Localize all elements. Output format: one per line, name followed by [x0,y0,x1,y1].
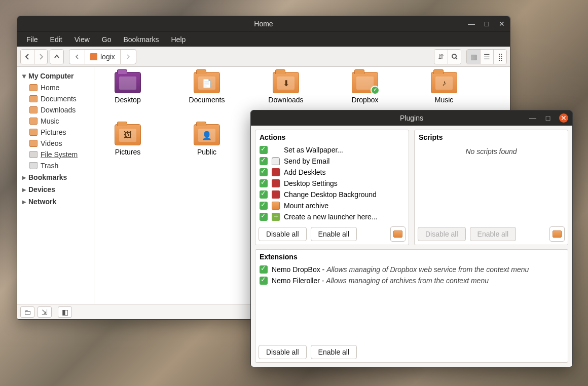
sidebar-item-downloads[interactable]: Downloads [17,104,94,115]
dlg-maximize-button[interactable]: □ [544,114,552,122]
sidebar-section-devices[interactable]: ▸Devices [17,183,94,196]
sidebar-item-label: File System [41,150,78,159]
action-label: Change Desktop Background [284,190,377,199]
folder-icon: 👤 [194,124,220,145]
action-row[interactable]: Set as Wallpaper... [259,144,406,156]
sidebar[interactable]: ▾My Computer HomeDocumentsDownloadsMusic… [17,67,94,304]
file-downloads[interactable]: ⬇Downloads [262,72,310,104]
file-label: Dropbox [352,96,379,104]
extensions-panel: Extensions Nemo DropBox - Allows managin… [255,249,568,363]
sidebar-section-network[interactable]: ▸Network [17,196,94,208]
menu-go[interactable]: Go [97,33,117,46]
action-row[interactable]: Send by Email [259,156,406,167]
path-prev-button[interactable] [69,50,85,64]
search-button[interactable] [448,50,461,64]
folder-icon [29,129,38,136]
file-label: Public [197,148,216,156]
action-row[interactable]: Desktop Settings [259,178,406,189]
file-public[interactable]: 👤Public [182,124,231,156]
menu-bookmarks[interactable]: Bookmarks [118,33,164,46]
sidebar-section-my-computer[interactable]: ▾My Computer [17,70,94,82]
sidebar-item-label: Videos [41,139,62,147]
scripts-open-folder-button[interactable] [549,226,565,242]
checkbox-icon[interactable] [260,277,268,285]
sidebar-item-file-system[interactable]: File System [17,149,94,160]
sidebar-item-music[interactable]: Music [17,115,94,127]
path-bar[interactable]: logix [69,49,136,64]
folder-icon [553,230,562,238]
action-label: Desktop Settings [284,179,338,187]
icon-view-button[interactable]: ▦ [467,50,480,64]
action-row[interactable]: Change Desktop Background [259,189,406,200]
file-documents[interactable]: 📄Documents [182,72,231,104]
sidebar-item-videos[interactable]: Videos [17,138,94,149]
checkbox-icon[interactable] [260,168,268,176]
extension-row[interactable]: Nemo DropBox - Allows managing of Dropbo… [259,264,565,275]
file-label: Documents [189,96,225,104]
file-music[interactable]: ♪Music [420,72,468,104]
actions-disable-all-button[interactable]: Disable all [259,227,307,241]
checkbox-icon[interactable] [260,213,268,221]
sidebar-item-pictures[interactable]: Pictures [17,127,94,138]
file-dropbox[interactable]: Dropbox [341,72,389,104]
actions-panel: Actions Set as Wallpaper...Send by Email… [255,130,409,245]
menu-help[interactable]: Help [166,33,191,46]
sidebar-item-trash[interactable]: Trash [17,160,94,171]
tree-panel-button[interactable]: ⇲ [38,306,52,318]
checkbox-icon[interactable] [260,179,268,187]
ext-enable-all-button[interactable]: Enable all [311,345,357,359]
menu-file[interactable]: File [21,33,43,46]
checkbox-icon[interactable] [260,190,268,199]
maximize-button[interactable]: □ [483,20,491,28]
sidebar-item-documents[interactable]: Documents [17,93,94,104]
menu-edit[interactable]: Edit [45,33,67,46]
back-button[interactable] [21,50,34,64]
disk-icon [29,151,38,158]
forward-button[interactable] [34,50,47,64]
actions-open-folder-button[interactable] [390,226,406,242]
sidebar-toggle-button[interactable]: ◧ [58,306,72,318]
action-row[interactable]: Mount archive [259,200,406,211]
path-segment-home[interactable]: logix [85,50,120,64]
actions-list[interactable]: Set as Wallpaper...Send by EmailAdd Desk… [255,144,409,223]
fm-titlebar[interactable]: Home — □ ✕ [17,16,510,31]
ext-disable-all-button[interactable]: Disable all [259,345,307,359]
menu-view[interactable]: View [69,33,95,46]
places-panel-button[interactable]: 🗀 [20,306,34,318]
file-pictures[interactable]: 🖼Pictures [103,124,152,156]
checkbox-icon[interactable] [260,265,268,274]
folder-icon [29,106,38,113]
checkbox-icon[interactable] [260,202,268,210]
extension-row[interactable]: Nemo Fileroller - Allows managing of arc… [259,275,565,286]
checkbox-icon[interactable] [260,157,268,165]
close-button[interactable]: ✕ [498,20,506,28]
plugins-dialog: Plugins — □ ✕ Actions Set as Wallpaper..… [250,110,573,367]
file-label: Downloads [268,96,303,104]
list-view-button[interactable]: ☰ [480,50,493,64]
dlg-close-button[interactable]: ✕ [559,113,568,123]
file-desktop[interactable]: Desktop [103,72,152,104]
sidebar-item-label: Downloads [41,106,76,114]
compact-view-button[interactable]: ⣿ [493,50,506,64]
sync-ok-icon [371,86,380,95]
sidebar-item-label: Music [41,117,59,125]
actions-enable-all-button[interactable]: Enable all [311,227,357,241]
sidebar-item-home[interactable]: Home [17,82,94,93]
path-next-button[interactable] [120,50,136,64]
dlg-minimize-button[interactable]: — [529,114,537,122]
dlg-titlebar[interactable]: Plugins — □ ✕ [251,110,572,126]
up-button[interactable] [50,50,63,64]
path-label: logix [100,53,115,61]
extensions-list[interactable]: Nemo DropBox - Allows managing of Dropbo… [255,264,568,342]
extension-label: Nemo DropBox - Allows managing of Dropbo… [272,265,529,274]
checkbox-icon[interactable] [260,146,268,154]
action-row[interactable]: Add Desklets [259,167,406,178]
sidebar-section-bookmarks[interactable]: ▸Bookmarks [17,171,94,183]
fm-title: Home [254,20,273,28]
minimize-button[interactable]: — [467,20,475,28]
action-row[interactable]: Create a new launcher here... [259,211,406,222]
folder-icon: ⬇ [273,72,299,93]
scripts-list[interactable]: No scripts found [415,144,568,223]
location-toggle-button[interactable]: ⇵ [434,50,448,64]
no-scripts-label: No scripts found [418,144,565,159]
